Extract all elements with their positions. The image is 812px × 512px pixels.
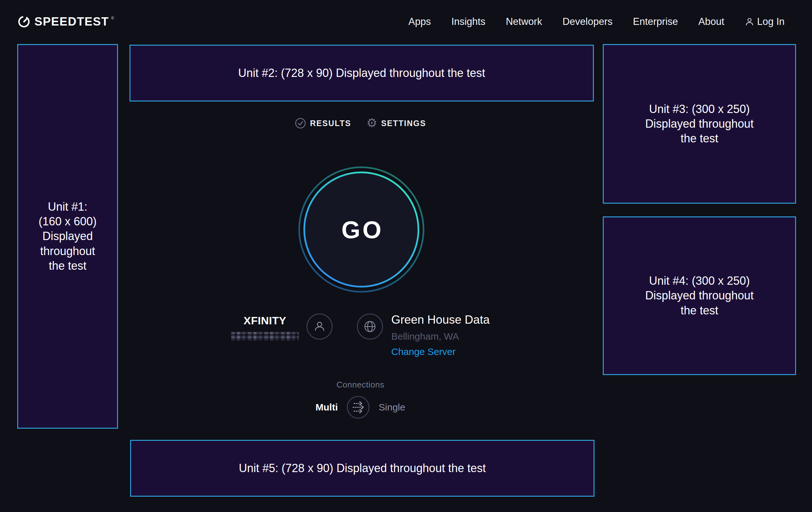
change-server-link[interactable]: Change Server [391, 346, 456, 357]
multi-connections-icon [346, 396, 370, 419]
tab-results-label: RESULTS [310, 119, 351, 128]
go-button[interactable]: GO [297, 166, 425, 293]
login-button[interactable]: Log In [745, 16, 785, 27]
ad-unit-2[interactable]: Unit #2: (728 x 90) Displayed throughout… [129, 45, 594, 102]
tabs-row: RESULTS ⚙ SETTINGS [118, 114, 603, 133]
nav-item-about[interactable]: About [698, 16, 724, 27]
server-texts: Green House Data Bellingham, WA Change S… [391, 311, 490, 357]
nav-item-developers[interactable]: Developers [562, 16, 613, 27]
nav-item-enterprise[interactable]: Enterprise [633, 16, 678, 27]
toggle-single-label[interactable]: Single [379, 402, 405, 413]
speedtest-gauge-icon [18, 15, 30, 28]
person-icon [313, 320, 326, 333]
server-avatar [357, 314, 383, 340]
speedtest-logo[interactable]: SPEEDTEST ® [18, 15, 114, 28]
ad-unit-4[interactable]: Unit #4: (300 x 250) Displayed throughou… [603, 216, 796, 375]
nav-item-apps[interactable]: Apps [408, 16, 431, 27]
login-label: Log In [757, 16, 785, 27]
gear-icon: ⚙ [367, 117, 377, 129]
toggle-multi-label[interactable]: Multi [315, 402, 338, 413]
main-nav: Apps Insights Network Developers Enterpr… [408, 16, 785, 27]
brand-name: SPEEDTEST [34, 15, 109, 28]
user-icon [745, 17, 754, 26]
isp-block: XFINITY [231, 311, 332, 341]
header: SPEEDTEST ® Apps Insights Network Develo… [0, 0, 812, 44]
nav-item-network[interactable]: Network [506, 16, 542, 27]
speedtest-page: SPEEDTEST ® Apps Insights Network Develo… [0, 0, 812, 512]
isp-name: XFINITY [244, 315, 286, 327]
server-name: Green House Data [391, 313, 490, 327]
connections-toggle-button[interactable] [346, 396, 370, 419]
nav-item-insights[interactable]: Insights [451, 16, 486, 27]
check-circle-icon [295, 117, 306, 129]
tab-settings-label: SETTINGS [381, 119, 426, 128]
host-row: XFINITY Green House Data Bellin [118, 311, 603, 357]
tab-settings[interactable]: ⚙ SETTINGS [367, 118, 426, 129]
go-label: GO [297, 166, 425, 293]
server-block: Green House Data Bellingham, WA Change S… [357, 311, 490, 357]
tab-results[interactable]: RESULTS [295, 117, 351, 129]
isp-texts: XFINITY [231, 311, 299, 341]
connections-label: Connections [337, 380, 384, 390]
ad-unit-1[interactable]: Unit #1: (160 x 600) Displayed throughou… [17, 44, 118, 429]
isp-avatar [307, 314, 332, 340]
trademark-symbol: ® [111, 16, 114, 21]
server-location: Bellingham, WA [391, 331, 459, 342]
connections-toggle: Multi Single [315, 396, 405, 419]
connections-section: Connections Multi Single [118, 380, 603, 419]
globe-icon [363, 320, 377, 333]
redacted-ip [231, 332, 299, 341]
ad-unit-5[interactable]: Unit #5: (728 x 90) Displayed throughout… [130, 440, 594, 497]
ad-unit-3[interactable]: Unit #3: (300 x 250) Displayed throughou… [603, 44, 796, 204]
